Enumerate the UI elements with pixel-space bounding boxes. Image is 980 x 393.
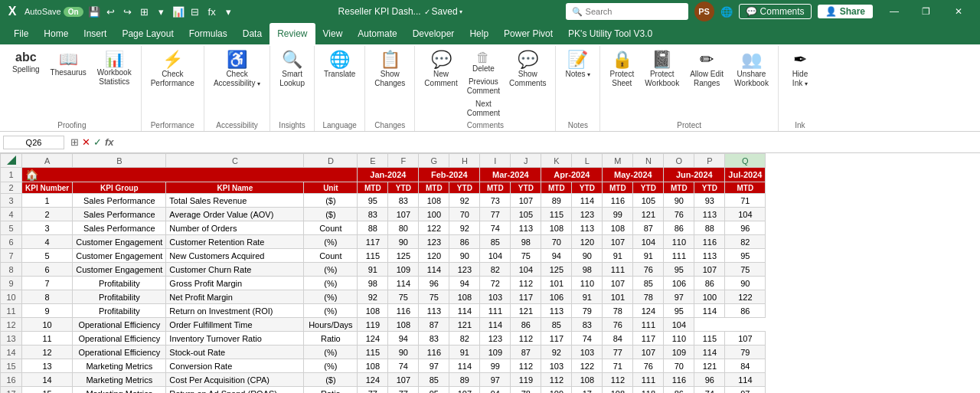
cell-M11[interactable]: 78 [603,304,633,318]
tab-review[interactable]: Review [270,23,315,44]
cell-L4[interactable]: 123 [572,208,603,221]
cell-Q8[interactable]: 75 [725,263,766,277]
col-header-O[interactable]: O [664,154,694,168]
cell-J5[interactable]: 113 [511,221,541,235]
cell-D3[interactable]: ($) [304,194,358,208]
cell-J7[interactable]: 75 [511,249,541,263]
cell-H10[interactable]: 108 [449,290,480,304]
col-header-H[interactable]: H [449,154,480,168]
tab-view[interactable]: View [315,23,351,44]
cell-I17[interactable]: 94 [480,387,511,394]
cell-A5[interactable]: 3 [22,221,73,235]
cell-B17[interactable]: Marketing Metrics [73,387,166,394]
cell-I6[interactable]: 85 [480,235,511,249]
cell-N5[interactable]: 87 [633,221,664,235]
cell-C10[interactable]: Net Profit Margin [166,290,304,304]
cell-E17[interactable]: 77 [358,387,388,394]
cell-M6[interactable]: 107 [603,235,633,249]
cell-B10[interactable]: Profitability [73,290,166,304]
cell-K8[interactable]: 125 [541,263,572,277]
cell-C4[interactable]: Average Order Value (AOV) [166,208,304,221]
cell-O16[interactable]: 116 [664,373,694,387]
cell-G5[interactable]: 122 [419,221,449,235]
globe-icon[interactable]: 🌐 [720,5,733,18]
cell-Q4[interactable]: 104 [725,208,766,221]
cell-I8[interactable]: 82 [480,263,511,277]
row-header-10[interactable]: 10 [1,290,22,304]
cell-Q10[interactable]: 122 [725,290,766,304]
row-header-8[interactable]: 8 [1,263,22,277]
cell-M7[interactable]: 91 [603,249,633,263]
cell-D4[interactable]: ($) [304,208,358,221]
col-header-G[interactable]: G [419,154,449,168]
cell-I5[interactable]: 74 [480,221,511,235]
cell-G13[interactable]: 83 [419,332,449,346]
row-header-5[interactable]: 5 [1,221,22,235]
cell-O13[interactable]: 110 [664,332,694,346]
cell-N11[interactable]: 124 [633,304,664,318]
cancel-icon[interactable]: ✕ [82,136,90,148]
cell-O11[interactable]: 95 [664,304,694,318]
cell-C6[interactable]: Customer Retention Rate [166,235,304,249]
cell-J3[interactable]: 107 [511,194,541,208]
cell-O9[interactable]: 106 [664,277,694,290]
cell-L15[interactable]: 122 [572,359,603,373]
row-header-7[interactable]: 7 [1,249,22,263]
cell-J11[interactable]: 121 [511,304,541,318]
cell-A9[interactable]: 7 [22,277,73,290]
hide-ink-button[interactable]: ✒ HideInk ▾ [783,49,817,90]
col-header-J[interactable]: J [511,154,541,168]
formula-input[interactable] [120,136,977,149]
cell-I15[interactable]: 99 [480,359,511,373]
cell-F11[interactable]: 116 [388,304,419,318]
cell-P17[interactable]: 74 [694,387,725,394]
cell-B9[interactable]: Profitability [73,277,166,290]
cell-N16[interactable]: 111 [633,373,664,387]
cell-M16[interactable]: 112 [603,373,633,387]
smart-lookup-button[interactable]: 🔍 SmartLookup [275,49,309,90]
cell-I3[interactable]: 73 [480,194,511,208]
cell-M3[interactable]: 116 [603,194,633,208]
row-header-15[interactable]: 15 [1,359,22,373]
row-header-17[interactable]: 17 [1,387,22,394]
cell-H3[interactable]: 92 [449,194,480,208]
cell-N3[interactable]: 105 [633,194,664,208]
search-box[interactable]: 🔍 [566,3,688,20]
cell-P13[interactable]: 115 [694,332,725,346]
cell-O3[interactable]: 90 [664,194,694,208]
cell-D17[interactable]: Ratio [304,387,358,394]
cell-N15[interactable]: 76 [633,359,664,373]
row-header-4[interactable]: 4 [1,208,22,221]
cell-E11[interactable]: 108 [358,304,388,318]
cell-O15[interactable]: 70 [664,359,694,373]
cell-I14[interactable]: 109 [480,346,511,359]
cell-N6[interactable]: 104 [633,235,664,249]
col-header-L[interactable]: L [572,154,603,168]
cell-L7[interactable]: 90 [572,249,603,263]
notes-button[interactable]: 📝 Notes ▾ [560,49,595,81]
cell-A15[interactable]: 13 [22,359,73,373]
cell-H8[interactable]: 123 [449,263,480,277]
cell-A6[interactable]: 4 [22,235,73,249]
minimize-button[interactable]: — [879,0,910,23]
user-avatar[interactable]: PS [694,2,714,21]
translate-button[interactable]: 🌐 Translate [319,49,360,81]
cell-O17[interactable]: 86 [664,387,694,394]
cell-B3[interactable]: Sales Performance [73,194,166,208]
col-header-P[interactable]: P [694,154,725,168]
cell-E8[interactable]: 91 [358,263,388,277]
cell-E16[interactable]: 124 [358,373,388,387]
cell-P4[interactable]: 113 [694,208,725,221]
cell-B8[interactable]: Customer Engagement [73,263,166,277]
cell-C11[interactable]: Return on Investment (ROI) [166,304,304,318]
cell-H12[interactable]: 121 [449,318,480,332]
cell-F4[interactable]: 107 [388,208,419,221]
tab-pk-utility[interactable]: PK's Utility Tool V3.0 [560,23,660,44]
tab-insert[interactable]: Insert [76,23,114,44]
undo-icon[interactable]: ↩ [105,5,117,18]
cell-A4[interactable]: 2 [22,208,73,221]
cell-G3[interactable]: 108 [419,194,449,208]
cell-H16[interactable]: 89 [449,373,480,387]
cell-F3[interactable]: 83 [388,194,419,208]
cell-E5[interactable]: 88 [358,221,388,235]
